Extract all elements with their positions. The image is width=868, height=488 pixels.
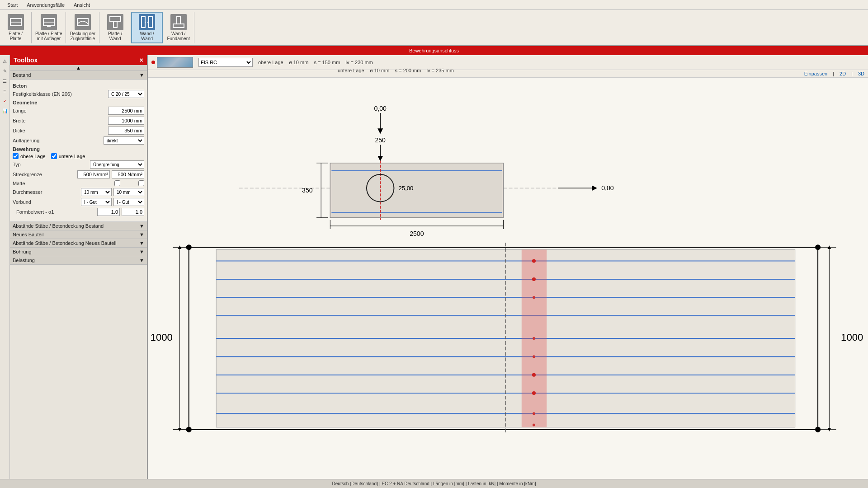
toolbar-platte-wand[interactable]: Platte /Wand bbox=[99, 12, 131, 43]
obere-lage-lv: lv = 230 mm bbox=[346, 60, 373, 65]
view-separator: | bbox=[833, 71, 834, 76]
view-separator2: | bbox=[851, 71, 853, 76]
streckgrenze-label: Streckgrenze bbox=[13, 172, 77, 177]
festigkeitsklasse-row: Festigkeitsklasse (EN 206) C 20 / 25 bbox=[13, 90, 144, 98]
section-bohrung[interactable]: Bohrung ▼ bbox=[10, 248, 147, 256]
platte-platte-auflager-icon bbox=[41, 14, 57, 30]
svg-rect-7 bbox=[113, 21, 117, 28]
durchmesser-select2[interactable]: 10 mm bbox=[113, 188, 144, 196]
svg-rect-4 bbox=[47, 25, 51, 27]
svg-rect-12 bbox=[173, 24, 184, 28]
toolbar-platte-platte-auflager[interactable]: Platte / Plattemit Auflager bbox=[32, 12, 66, 43]
section-belastung-arrow: ▼ bbox=[139, 258, 144, 263]
verbund-select2[interactable]: I - Gut bbox=[113, 198, 144, 206]
plan-anchor-4 bbox=[533, 337, 535, 340]
breite-input[interactable] bbox=[108, 117, 144, 125]
obere-lage-checkbox[interactable] bbox=[13, 153, 19, 159]
streckgrenze-input2[interactable] bbox=[112, 170, 144, 178]
einpassen-link[interactable]: Einpassen bbox=[804, 71, 827, 76]
laenge-input[interactable] bbox=[108, 107, 144, 115]
dim-right-1000: 1000 bbox=[841, 332, 863, 343]
matte-checkbox1[interactable] bbox=[114, 180, 120, 186]
view-3d-link[interactable]: 3D bbox=[858, 71, 864, 76]
corner-tl bbox=[186, 244, 192, 250]
festigkeitsklasse-select[interactable]: C 20 / 25 bbox=[108, 90, 144, 98]
dim-right-00: 0,00 bbox=[601, 184, 614, 192]
dicke-input[interactable] bbox=[108, 127, 144, 135]
section-belastung[interactable]: Belastung ▼ bbox=[10, 256, 147, 265]
left-icon-panel: ⚠ ✎ ☰ ≡ ✓ 📊 bbox=[0, 55, 10, 479]
bewehrung-title: Bewehrung bbox=[13, 146, 144, 152]
verbund-row: Verbund I - Gut I - Gut bbox=[13, 198, 144, 206]
left-icon-pencil[interactable]: ✎ bbox=[1, 67, 9, 75]
rebar-indicator bbox=[151, 57, 193, 68]
toolbar-wand-wand-label: Wand /Wand bbox=[140, 31, 154, 41]
dicke-row: Dicke bbox=[13, 127, 144, 135]
toolbar-wand-fundament[interactable]: Wand /Fundament bbox=[163, 12, 194, 43]
dim-2500: 2500 bbox=[410, 230, 424, 237]
section-bohrung-arrow: ▼ bbox=[139, 249, 144, 254]
section-abstande-neues[interactable]: Abstände Stäbe / Betondeckung Neues Baut… bbox=[10, 239, 147, 248]
drawing-area[interactable]: 0,00 250 bbox=[148, 78, 868, 479]
section-bestand-label: Bestand bbox=[13, 72, 31, 78]
view-2d-link[interactable]: 2D bbox=[840, 71, 846, 76]
plan-anchor-1 bbox=[532, 259, 536, 263]
section-neues-bauteil-arrow: ▼ bbox=[139, 232, 144, 237]
corner-bl bbox=[186, 427, 192, 432]
obere-lage-s: s = 150 mm bbox=[314, 60, 340, 65]
menu-ansicht[interactable]: Ansicht bbox=[69, 1, 94, 9]
canvas-top-bar: Einpassen | 2D | 3D REBARFIX bbox=[148, 70, 868, 78]
untere-lage-lv: lv = 235 mm bbox=[427, 68, 454, 73]
section-bestand[interactable]: Bestand ▼ bbox=[10, 71, 147, 80]
untere-lage-info-label: untere Lage bbox=[338, 68, 364, 73]
platte-wand-icon bbox=[107, 14, 123, 30]
section-neues-bauteil[interactable]: Neues Bauteil ▼ bbox=[10, 230, 147, 239]
untere-lage-s: s = 200 mm bbox=[395, 68, 421, 73]
svg-rect-9 bbox=[149, 17, 152, 28]
rebar-product-select[interactable]: FIS RC bbox=[198, 58, 253, 67]
untere-lage-checkbox[interactable] bbox=[51, 153, 57, 159]
durchmesser-select1[interactable]: 10 mm bbox=[81, 188, 112, 196]
toolbar-wand-wand[interactable]: Wand /Wand bbox=[131, 12, 163, 43]
dim-350: 350 bbox=[302, 187, 313, 194]
menu-start[interactable]: Start bbox=[3, 1, 22, 9]
beton-title: Beton bbox=[13, 83, 144, 89]
menu-anwendungsfalle[interactable]: Anwendungsfälle bbox=[22, 1, 69, 9]
streckgrenze-input1[interactable] bbox=[77, 170, 110, 178]
cross-section-fill bbox=[331, 164, 502, 217]
auflagerung-label: Auflagerung bbox=[13, 138, 104, 143]
toolbar-deckung-zugkraftlinie[interactable]: Deckung derZugkraftlinie bbox=[66, 12, 99, 43]
left-icon-chart[interactable]: 📊 bbox=[1, 107, 9, 115]
breite-row: Breite bbox=[13, 117, 144, 125]
typ-label: Typ bbox=[13, 162, 90, 167]
rebar-top-bar: FIS RC obere Lage ø 10 mm s = 150 mm lv … bbox=[148, 55, 868, 70]
toolbox-close-icon[interactable]: × bbox=[140, 56, 143, 64]
bewehrungsanschluss-label: Bewehrungsanschluss bbox=[409, 48, 459, 53]
verbund-select1[interactable]: I - Gut bbox=[81, 198, 112, 206]
menu-bar: Start Anwendungsfälle Ansicht bbox=[0, 0, 868, 10]
typ-select[interactable]: Übergreifung bbox=[90, 160, 144, 169]
left-icon-warning[interactable]: ⚠ bbox=[1, 57, 9, 65]
typ-row: Typ Übergreifung bbox=[13, 160, 144, 169]
svg-rect-5 bbox=[77, 19, 88, 26]
left-icon-layers[interactable]: ☰ bbox=[1, 77, 9, 85]
auflagerung-select[interactable]: direkt bbox=[104, 136, 144, 145]
toolbar-wand-fundament-label: Wand /Fundament bbox=[167, 31, 190, 41]
matte-checkbox2[interactable] bbox=[138, 180, 144, 186]
section-abstande-neues-arrow: ▼ bbox=[139, 240, 144, 246]
left-icon-list[interactable]: ≡ bbox=[1, 87, 9, 95]
svg-rect-8 bbox=[142, 17, 145, 28]
left-icon-check[interactable]: ✓ bbox=[1, 97, 9, 105]
rebar-dot bbox=[151, 61, 155, 64]
untere-lage-d: ø 10 mm bbox=[370, 68, 389, 73]
formbeiwert-input1[interactable] bbox=[97, 208, 120, 216]
obere-lage-label: obere Lage bbox=[20, 154, 46, 159]
scroll-up[interactable]: ▲ bbox=[10, 65, 147, 71]
toolbar-platte-platte[interactable]: Platte /Platte bbox=[0, 12, 32, 43]
plan-anchor-8 bbox=[533, 412, 535, 415]
toolbar-platte-wand-label: Platte /Wand bbox=[108, 31, 122, 41]
section-abstande-bestand[interactable]: Abstände Stäbe / Betondeckung Bestand ▼ bbox=[10, 222, 147, 230]
dicke-label: Dicke bbox=[13, 128, 108, 133]
formbeiwert-input2[interactable] bbox=[122, 208, 144, 216]
canvas-area: FIS RC obere Lage ø 10 mm s = 150 mm lv … bbox=[148, 55, 868, 479]
